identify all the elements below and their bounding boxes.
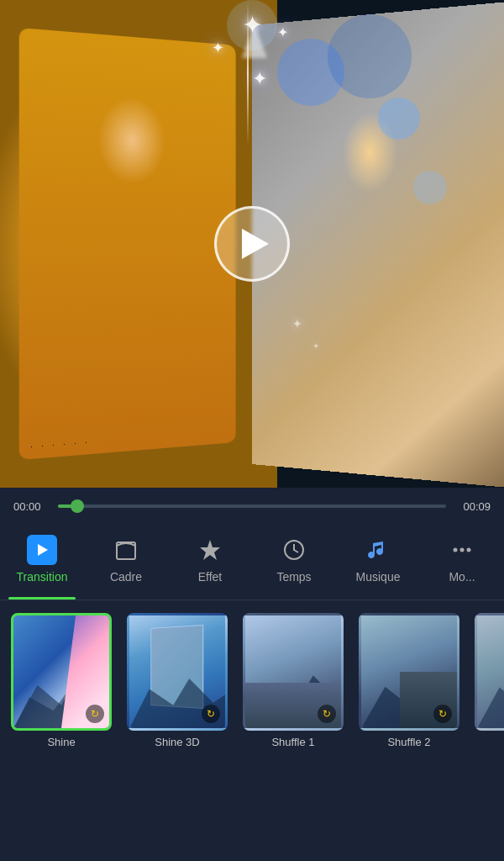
svg-marker-0 <box>38 544 48 556</box>
timeline-bar: 00:00 00:09 <box>0 488 504 525</box>
cadre-label: Cadre <box>110 570 142 584</box>
transition-item-shuffle2[interactable]: ↻ Shuffle 2 <box>354 613 464 756</box>
more-label: Mo... <box>449 570 475 584</box>
play-icon <box>242 229 269 259</box>
toolbar: Transition Cadre Effet Temps <box>0 525 504 600</box>
temps-label: Temps <box>276 570 311 584</box>
musique-icon <box>363 535 393 565</box>
toolbar-item-effet[interactable]: Effet <box>168 525 252 600</box>
refresh-icon-shine3d: ↻ <box>202 705 220 723</box>
video-preview: ✦ ✦ ✦ ✦ ✦ ✦ <box>0 0 504 488</box>
transition-icon <box>27 535 57 565</box>
transition-thumb-shuffle3: ↻ <box>475 613 504 731</box>
transition-item-shuffle3[interactable]: ↻ Shu... <box>470 613 504 756</box>
photo-right <box>252 0 504 488</box>
transitions-row: ↻ Shine ↻ Shine 3D ↻ Shuffle 1 ↻ <box>0 600 504 769</box>
transition-thumb-shuffle2: ↻ <box>359 613 459 731</box>
play-button[interactable] <box>214 206 290 282</box>
svg-point-6 <box>467 547 471 552</box>
effet-icon <box>195 535 225 565</box>
transition-thumb-shuffle1: ↻ <box>243 613 344 731</box>
svg-point-4 <box>454 547 458 552</box>
transition-item-shuffle1[interactable]: ↻ Shuffle 1 <box>239 613 348 756</box>
transition-label-shuffle1: Shuffle 1 <box>271 736 314 748</box>
transition-item-shine[interactable]: ↻ Shine <box>7 613 116 756</box>
toolbar-item-more[interactable]: Mo... <box>420 525 504 600</box>
time-start: 00:00 <box>13 500 51 513</box>
progress-thumb[interactable] <box>71 499 84 513</box>
more-icon <box>447 535 477 565</box>
progress-track[interactable] <box>58 504 446 508</box>
transition-label-shuffle2: Shuffle 2 <box>387 736 430 748</box>
transition-thumb-shine: ↻ <box>11 613 112 731</box>
transition-item-shine3d[interactable]: ↻ Shine 3D <box>123 613 232 756</box>
effet-label: Effet <box>198 570 223 584</box>
time-end: 00:09 <box>453 500 491 513</box>
toolbar-item-transition[interactable]: Transition <box>0 525 84 600</box>
musique-label: Musique <box>356 570 401 584</box>
temps-icon <box>279 535 309 565</box>
refresh-icon-shine: ↻ <box>86 705 104 723</box>
refresh-icon-shuffle2: ↻ <box>433 705 452 723</box>
toolbar-item-cadre[interactable]: Cadre <box>84 525 168 600</box>
toolbar-item-musique[interactable]: Musique <box>336 525 420 600</box>
svg-point-5 <box>460 547 465 552</box>
svg-marker-13 <box>477 678 504 728</box>
transition-label: Transition <box>17 570 68 584</box>
svg-marker-2 <box>200 540 220 560</box>
transition-label-shine: Shine <box>47 736 75 748</box>
cadre-icon <box>111 535 141 565</box>
refresh-icon-shuffle1: ↻ <box>318 705 336 723</box>
toolbar-item-temps[interactable]: Temps <box>252 525 336 600</box>
transition-label-shine3d: Shine 3D <box>155 736 199 748</box>
transition-thumb-shine3d: ↻ <box>127 613 228 731</box>
